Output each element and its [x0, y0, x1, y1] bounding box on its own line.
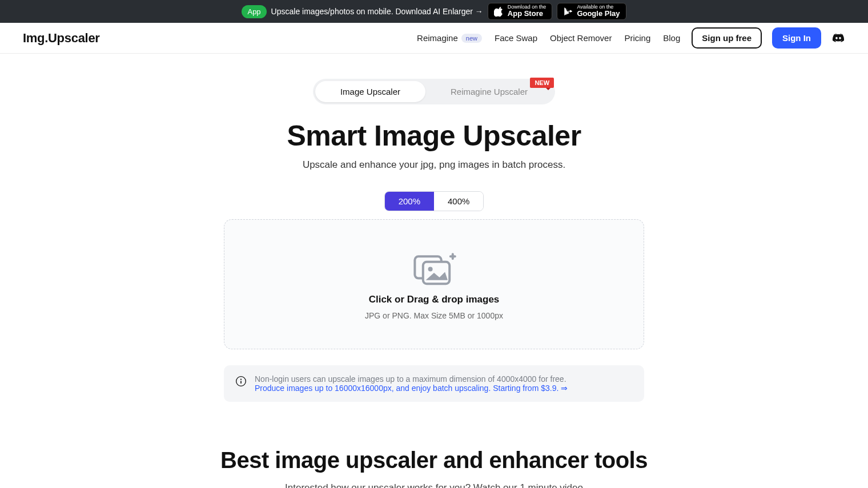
main: Image Upscaler Reimagine Upscaler NEW Sm…	[154, 79, 714, 402]
promo-bar: App Upscale images/photos on mobile. Dow…	[0, 0, 868, 23]
nav-reimagine[interactable]: Reimagine new	[416, 30, 483, 46]
nav-blog[interactable]: Blog	[662, 30, 681, 46]
section-tools-subtitle: Interested how our upscaler works for yo…	[0, 482, 868, 488]
page-title: Smart Image Upscaler	[154, 119, 714, 152]
new-ribbon: NEW	[530, 78, 554, 88]
info-upgrade-link[interactable]: Produce images up to 16000x16000px, and …	[255, 384, 568, 393]
googleplay-button[interactable]: Available on the Google Play	[557, 3, 626, 20]
signin-button[interactable]: Sign In	[772, 27, 821, 49]
svg-point-2	[428, 267, 433, 272]
svg-rect-1	[423, 262, 449, 284]
tab-reimagine-label: Reimagine Upscaler	[451, 87, 528, 96]
googleplay-large-text: Google Play	[577, 10, 620, 18]
dropzone-title: Click or Drag & drop images	[369, 294, 500, 305]
tab-switch: Image Upscaler Reimagine Upscaler NEW	[313, 79, 555, 104]
scale-400[interactable]: 400%	[434, 192, 483, 211]
svg-rect-5	[240, 381, 242, 384]
promo-text: Upscale images/photos on mobile. Downloa…	[271, 7, 483, 16]
scale-200[interactable]: 200%	[385, 192, 434, 211]
dropzone[interactable]: Click or Drag & drop images JPG or PNG. …	[224, 219, 644, 349]
logo[interactable]: Img.Upscaler	[23, 31, 100, 46]
logo-prefix: Img.	[23, 31, 48, 45]
upload-image-icon	[411, 248, 457, 288]
discord-icon[interactable]	[831, 31, 845, 45]
nav: Reimagine new Face Swap Object Remover P…	[416, 27, 845, 49]
nav-reimagine-label: Reimagine	[417, 33, 458, 43]
scale-toggle: 200% 400%	[384, 191, 484, 211]
promo-app-badge: App	[242, 5, 266, 18]
googleplay-icon	[563, 6, 573, 17]
appstore-large-text: App Store	[508, 10, 546, 18]
apple-icon	[494, 6, 504, 17]
header: Img.Upscaler Reimagine new Face Swap Obj…	[0, 23, 868, 54]
logo-suffix: Upscaler	[48, 31, 100, 45]
section-tools-title: Best image upscaler and enhancer tools	[0, 447, 868, 473]
svg-point-4	[240, 379, 242, 380]
nav-objectremover[interactable]: Object Remover	[549, 30, 613, 46]
signup-button[interactable]: Sign up free	[692, 27, 762, 49]
nav-faceswap[interactable]: Face Swap	[493, 30, 539, 46]
tab-reimagine-upscaler[interactable]: Reimagine Upscaler NEW	[425, 81, 553, 102]
section-tools: Best image upscaler and enhancer tools I…	[0, 447, 868, 488]
info-line1: Non-login users can upscale images up to…	[255, 374, 568, 384]
nav-pricing[interactable]: Pricing	[623, 30, 652, 46]
tab-image-upscaler[interactable]: Image Upscaler	[315, 81, 425, 102]
page-subtitle: Upscale and enhance your jpg, png images…	[154, 159, 714, 171]
appstore-button[interactable]: Download on the App Store	[488, 3, 553, 20]
dropzone-subtitle: JPG or PNG. Max Size 5MB or 1000px	[365, 311, 503, 320]
info-box: Non-login users can upscale images up to…	[224, 365, 644, 402]
nav-new-badge: new	[461, 34, 482, 43]
info-icon	[235, 376, 247, 387]
